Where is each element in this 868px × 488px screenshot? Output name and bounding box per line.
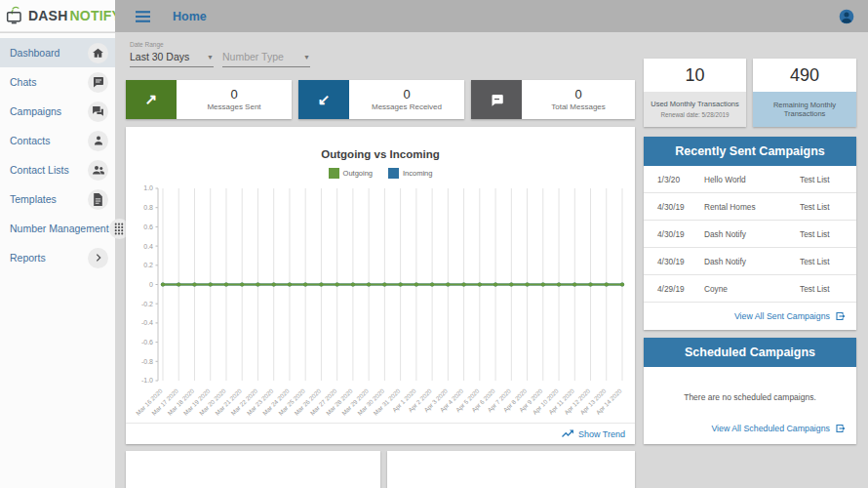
chat-bubble-icon (471, 80, 522, 119)
legend-swatch (388, 168, 399, 179)
legend-label: Incoming (403, 169, 432, 178)
chevron-right-icon (88, 248, 108, 268)
sidebar-item-dashboard[interactable]: Dashboard (0, 38, 115, 67)
stat-label: Messages Received (372, 102, 442, 111)
line-chart: 1.00.80.60.40.20-0.2-0.4-0.6-0.8-1.0Mar … (126, 181, 635, 423)
campaign-name: Hello World (704, 175, 800, 184)
remaining-transactions-label: Remaining Monthly Transactions (757, 101, 852, 118)
view-all-sent-campaigns-link[interactable]: View All Sent Campaigns (644, 303, 856, 330)
sidebar-item-reports[interactable]: Reports (0, 243, 115, 272)
account-icon[interactable] (839, 9, 854, 24)
legend-item-outgoing[interactable]: Outgoing (329, 168, 373, 179)
sidebar-item-label: Contact Lists (10, 164, 88, 176)
campaign-row[interactable]: 4/29/19CoyneTest List (644, 275, 856, 303)
legend-item-incoming[interactable]: Incoming (388, 168, 432, 179)
sidebar-item-label: Chats (10, 76, 88, 88)
stat-card-total-messages: 0Total Messages (471, 80, 635, 119)
sidebar-item-contact-lists[interactable]: Contact Lists (0, 155, 115, 184)
campaign-list: Test List (800, 202, 856, 212)
recent-campaigns-panel: Recently Sent Campaigns 1/3/20Hello Worl… (644, 137, 856, 330)
campaign-list: Test List (800, 175, 856, 184)
top-header: Home (115, 0, 868, 32)
used-transactions-value: 10 (644, 59, 746, 92)
stat-card-messages-received: ↙0Messages Received (298, 80, 464, 119)
legend-label: Outgoing (343, 169, 373, 178)
view-all-scheduled-campaigns-link[interactable]: View All Scheduled Campaigns (711, 415, 856, 442)
svg-text:0: 0 (149, 281, 153, 288)
stat-value: 0 (574, 88, 581, 102)
menu-icon[interactable] (136, 11, 150, 22)
stat-label: Messages Sent (207, 102, 260, 111)
sidebar-item-label: Templates (10, 193, 88, 205)
date-range-label: Date Range (130, 41, 214, 48)
sidebar-item-label: Number Management (10, 223, 109, 234)
campaign-row[interactable]: 4/30/19Dash NotifyTest List (644, 248, 856, 275)
svg-text:-0.6: -0.6 (141, 339, 153, 346)
scheduled-campaigns-title: Scheduled Campaigns (644, 338, 856, 367)
show-trend-label: Show Trend (578, 429, 625, 439)
sidebar-item-campaigns[interactable]: Campaigns (0, 97, 115, 126)
sidebar-item-number-management[interactable]: Number Management (0, 214, 115, 243)
chart-legend: OutgoingIncoming (126, 168, 635, 179)
campaign-row[interactable]: 4/30/19Dash NotifyTest List (644, 221, 856, 248)
sidebar-item-label: Campaigns (10, 105, 88, 117)
chart-card: Outgoing vs Incoming OutgoingIncoming 1.… (126, 127, 635, 444)
svg-text:1.0: 1.0 (143, 184, 153, 191)
sidebar-item-chats[interactable]: Chats (0, 67, 115, 97)
logo[interactable]: DASH NOTIFY (0, 0, 115, 32)
campaign-list: Test List (800, 229, 856, 239)
number-type-select[interactable]: Number Type ▼ (222, 41, 310, 67)
chart-title: Outgoing vs Incoming (126, 148, 635, 160)
number-type-placeholder: Number Type (222, 51, 284, 62)
dashboard-page: DASH NOTIFY Home DashboardChatsCampaigns… (0, 0, 868, 488)
arrow-up-right-icon: ↗ (126, 80, 177, 119)
recent-campaigns-list: 1/3/20Hello WorldTest List4/30/19Rental … (644, 166, 856, 303)
svg-text:0.2: 0.2 (143, 262, 153, 268)
campaign-row[interactable]: 4/30/19Rental HomesTest List (644, 193, 856, 221)
campaign-list: Test List (800, 257, 856, 266)
arrow-down-left-icon: ↙ (298, 80, 349, 119)
show-trend-button[interactable]: Show Trend (562, 429, 625, 439)
sidebar-item-label: Contacts (10, 135, 88, 146)
exit-arrow-icon (835, 423, 847, 434)
logo-monitor-icon (5, 6, 26, 25)
stat-label: Total Messages (551, 102, 606, 111)
svg-text:0.8: 0.8 (143, 204, 153, 211)
svg-text:0.6: 0.6 (143, 224, 153, 230)
campaign-date: 4/30/19 (644, 202, 704, 212)
campaign-row[interactable]: 1/3/20Hello WorldTest List (644, 166, 856, 193)
date-range-select[interactable]: Date Range Last 30 Days ▼ (130, 41, 214, 67)
sidebar-item-templates[interactable]: Templates (0, 184, 115, 214)
bottom-card-left (126, 451, 380, 488)
campaign-name: Dash Notify (704, 257, 800, 266)
renewal-date: Renewal date: 5/28/2019 (660, 110, 729, 119)
sidebar: DashboardChatsCampaignsContactsContact L… (0, 33, 115, 488)
logo-text-dash: DASH (28, 8, 67, 23)
document-icon (88, 189, 108, 210)
date-range-value: Last 30 Days (130, 51, 189, 62)
person-icon (88, 131, 108, 151)
sidebar-item-contacts[interactable]: Contacts (0, 126, 115, 155)
campaign-list: Test List (800, 284, 856, 294)
sidebar-item-label: Dashboard (10, 47, 88, 59)
nav-title[interactable]: Home (173, 10, 207, 23)
legend-swatch (329, 168, 339, 179)
chevron-down-icon: ▼ (303, 54, 310, 61)
view-all-scheduled-label: View All Scheduled Campaigns (711, 424, 830, 433)
recent-campaigns-title: Recently Sent Campaigns (644, 137, 856, 166)
scheduled-campaigns-panel: Scheduled Campaigns There are no schedul… (644, 338, 856, 444)
remaining-transactions-value: 490 (753, 59, 856, 92)
svg-text:-0.4: -0.4 (141, 319, 153, 326)
stat-value: 0 (230, 88, 237, 102)
exit-arrow-icon (835, 310, 847, 322)
campaign-date: 1/3/20 (644, 175, 704, 184)
campaign-name: Dash Notify (704, 229, 800, 239)
home-icon (88, 43, 108, 63)
svg-text:-0.2: -0.2 (141, 301, 153, 307)
view-all-sent-label: View All Sent Campaigns (734, 311, 830, 321)
chevron-down-icon: ▼ (207, 54, 214, 61)
campaign-date: 4/29/19 (644, 284, 704, 294)
sidebar-item-label: Reports (10, 252, 88, 264)
campaign-date: 4/30/19 (644, 229, 704, 239)
svg-text:-1.0: -1.0 (141, 377, 153, 384)
